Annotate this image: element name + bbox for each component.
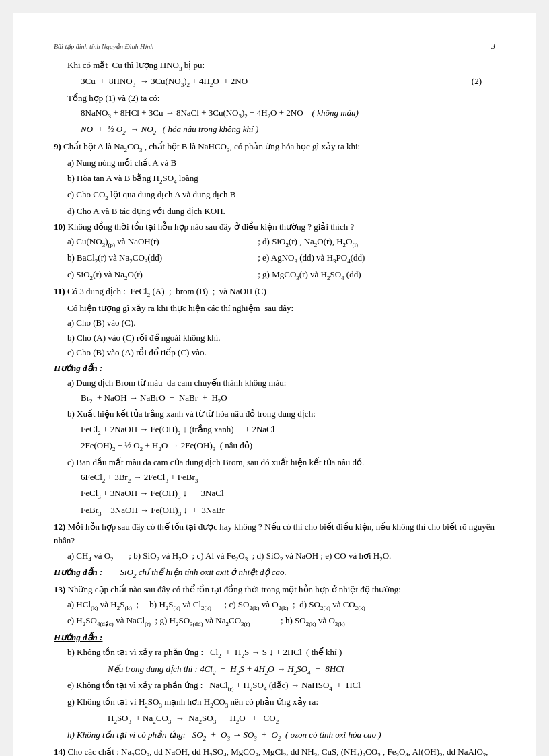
equation-2: 3Cu + 8HNO3 → 3Cu(NO3)2 + 4H2O + 2NO (2) [81,75,495,90]
q9d: d) Cho A và B tác dụng với dung dịch KOH… [67,205,495,218]
hd11c-eq2: FeCl3 + 3NaOH → Fe(OH)3 ↓ + 3NaCl [81,487,495,502]
hd13h: h) Không tồn tại vì có phản ứng: SO2 + O… [67,728,495,744]
hd11c-text: c) Ban đầu mất màu da cam của dung dịch … [67,456,495,469]
hd11c-eq3: FeBr3 + 3NaOH → Fe(OH)3 ↓ + 3NaBr [81,504,495,519]
hd13e: e) Không tồn tại vì xảy ra phản ứng : Na… [67,679,495,694]
q9a: a) Nung nóng mỗi chất A và B [67,156,495,170]
q11a: a) Cho (B) vào (C). [67,316,495,330]
header-left: Bài tập đinh tính Nguyễn Đình Hỉnh [54,42,153,53]
page: Bài tập đinh tính Nguyễn Đình Hỉnh 3 Khi… [13,13,536,756]
hd11a-text: a) Dung dịch Brom từ màu da cam chuyển t… [67,376,495,390]
q10c: c) SiO2(r) và Na2O(r) ; g) MgCO3(r) và H… [67,268,495,283]
q11b: b) Cho (A) vào (C) rồi để ngoài không kh… [67,331,495,345]
hd11b-text: b) Xuất hiện kết tủa trắng xanh và từ từ… [67,407,495,421]
q9c: c) Cho CO2 lội qua dung dịch A và dung d… [67,188,495,203]
hd11b-eq1: FeCl2 + 2NaOH → Fe(OH)2 ↓ (trắng xanh) +… [81,423,495,438]
q13e: e) H2SO4(đặc) và NaCl(r) ; g) H2SO3(dd) … [67,614,495,629]
line-tonghop: Tổng hợp (1) và (2) ta có: [67,92,495,105]
page-number: 3 [491,40,495,53]
q11: 11) Có 3 dung dịch : FeCl2 (A) ; brom (B… [54,285,495,300]
q13a: a) HCl(k) và H2S(k) ; b) H2S(k) và Cl2(k… [67,598,495,613]
hd13g-eq: H2SO3 + Na2CO3 → Na2SO3 + H2O + CO2 [108,712,495,727]
hd12: Hướng dẫn : SiO2 chỉ thể hiện tính oxit … [54,565,495,581]
hd13g: g) Không tồn tại vì H2SO3 mạnh hơn H2CO3… [67,695,495,711]
q12: 12) Mỗi hỗn hợp sau đây có thể tồn tại đ… [54,520,495,547]
q10b: b) BaCl2(r) và Na2CO3(dd) ; e) AgNO3 (dd… [67,251,495,267]
equation-no: NO + ½ O2 → NO2 ( hóa nâu trong không kh… [81,123,495,138]
page-header: Bài tập đinh tính Nguyễn Đình Hỉnh 3 [54,40,495,53]
hd11c-eq1: 6FeCl2 + 3Br2 → 2FeCl3 + FeBr3 [81,471,495,486]
q14: 14) Cho các chất : Na2CO3, dd NaOH, dd H… [54,745,495,756]
hd11a-eq: Br2 + NaOH → NaBrO + NaBr + H2O [81,391,495,407]
q13: 13) Những cặp chất nào sau đây có thể tồ… [54,583,495,596]
hd13b: b) Không tồn tại vì xảy ra phản ứng : Cl… [67,646,495,661]
q11c: c) Cho (B) vào (A) rồi đổ tiếp (C) vào. [67,346,495,359]
q9: 9) Chất bột A là Na2CO3 , chất bột B là … [54,140,495,156]
q12a: a) CH4 và O2 ; b) SiO2 và H2O ; c) Al và… [67,549,495,565]
q11-sub: Có hiện tượng gì xảy ra khi thực hiện cá… [67,302,495,315]
hd11b-eq2: 2Fe(OH)2 + ½ O2 + H2O → 2Fe(OH)3 ( nâu đ… [81,439,495,454]
equation-combined: 8NaNO3 + 8HCl + 3Cu → 8NaCl + 3Cu(NO3)2 … [81,106,495,122]
q9b: b) Hòa tan A và B bằng H2SO4 loãng [67,172,495,187]
q10: 10) Không đồng thời tồn tại hỗn hợp nào … [54,220,495,234]
q10a: a) Cu(NO3)(p) và NaOH(r) ; d) SiO2(r) , … [67,235,495,250]
hd13-title: Hướng dẫn : [54,631,495,644]
line-intro: Khi có mặt Cu thì lượng HNO3 bị pu: [67,59,495,74]
hd13b2: Nếu trong dung dịch thì : 4Cl2 + H2S + 4… [108,662,495,678]
main-content: Khi có mặt Cu thì lượng HNO3 bị pu: 3Cu … [54,59,495,756]
hd11-title: Hướng dẫn : [54,362,495,375]
